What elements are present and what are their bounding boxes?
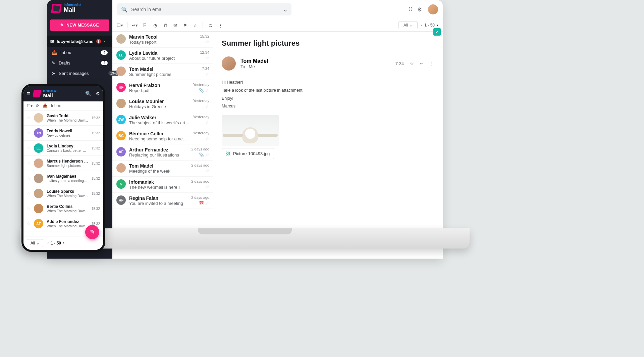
- message-header: Tom Madel To : Me 7:34 ☆ ↩ ⋮: [222, 56, 434, 71]
- filter-dropdown[interactable]: All ⌄: [398, 21, 418, 29]
- compose-icon: ✎: [60, 23, 64, 28]
- star-icon[interactable]: ☆: [27, 176, 31, 181]
- mobile-message-row[interactable]: ☆LLLydia LindseyCancun is back, better ……: [23, 141, 103, 156]
- brand-big: Mail: [64, 7, 82, 13]
- select-all-checkbox[interactable]: ☐▾: [27, 103, 33, 108]
- mobile-message-row[interactable]: ☆TNTeddy NowellNew guidelines15:32: [23, 126, 103, 141]
- attachment-preview[interactable]: [222, 115, 279, 146]
- star-icon[interactable]: ☆: [205, 39, 209, 44]
- star-icon[interactable]: ☆: [205, 55, 209, 60]
- star-icon[interactable]: ☆: [205, 136, 209, 141]
- message-row[interactable]: Tom MadelMeetings of the week2 days ago☆: [112, 161, 213, 177]
- gear-icon[interactable]: ⚙: [417, 6, 422, 13]
- message-row[interactable]: Marvin TecolToday's report15:32☆: [112, 32, 213, 48]
- recipient-line: To : Me: [240, 64, 268, 69]
- mobile-message-row[interactable]: ☆Ivan MagalhãesInvites you to a meeting …: [23, 171, 103, 186]
- message-row[interactable]: RFRegina FalanYou are invited to a meeti…: [112, 193, 213, 209]
- sender-name: Tom Madel: [129, 66, 199, 72]
- snooze-icon[interactable]: ◔: [152, 23, 158, 28]
- move-to-icon[interactable]: 🗂: [208, 23, 213, 28]
- reply-icon[interactable]: ↩: [420, 61, 424, 66]
- message-row[interactable]: Louise MounierHolidays in GreeceYesterda…: [112, 96, 213, 112]
- gear-icon[interactable]: ⚙: [96, 91, 100, 97]
- mark-read-icon[interactable]: ✉: [172, 23, 178, 28]
- sidebar-item-drafts[interactable]: ✎ Drafts 2: [47, 58, 112, 68]
- pager-prev[interactable]: ‹: [421, 23, 422, 28]
- reply-icon[interactable]: ↩▾: [132, 23, 138, 28]
- brand-small: Infomaniak: [43, 89, 57, 92]
- flag-icon[interactable]: ⚑: [182, 23, 188, 28]
- account-selector[interactable]: ✉ lucy-vitale@ik.me 1 ›: [47, 36, 112, 47]
- attachment-file[interactable]: 🖼 Picture-100493.jpg: [222, 148, 274, 159]
- mobile-message-row[interactable]: ☆Louise SparksWhen The Morning Dawns15:3…: [23, 186, 103, 201]
- side-widget-tasks[interactable]: ✔: [433, 28, 441, 36]
- image-file-icon: 🖼: [226, 151, 230, 156]
- star-icon[interactable]: ☆: [27, 161, 31, 166]
- star-icon[interactable]: ☆: [205, 168, 209, 173]
- star-icon[interactable]: ☆: [27, 221, 31, 226]
- message-subject: Cancun is back, better …: [47, 148, 88, 152]
- message-date: 15:32: [92, 146, 100, 150]
- message-date: 15:32: [92, 116, 100, 120]
- mobile-message-row[interactable]: ☆Bertie CollinsWhen The Morning Dawns15:…: [23, 201, 103, 216]
- star-icon[interactable]: ☆: [193, 23, 198, 28]
- sender-name: Addie Fernandez: [47, 219, 88, 224]
- more-icon[interactable]: ⋮: [430, 61, 434, 66]
- sender-avatar: [34, 204, 43, 213]
- sidebar-item-inbox[interactable]: 📥 Inbox 4: [47, 47, 112, 58]
- star-icon[interactable]: ☆: [27, 206, 31, 211]
- pager-next[interactable]: ›: [63, 241, 64, 246]
- mobile-message-row[interactable]: ☆Marcus Henderson & meSummer light pictu…: [23, 156, 103, 171]
- attachment-icon: 📎: [199, 152, 204, 157]
- chevron-down-icon[interactable]: ⌄: [283, 6, 287, 13]
- message-date: 15:32: [92, 177, 100, 180]
- message-row[interactable]: HFHervé FraizonReport.pdfYesterday📎☆: [112, 80, 213, 96]
- sender-name: Marvin Tecol: [129, 34, 197, 40]
- star-icon[interactable]: ☆: [27, 131, 31, 135]
- message-row[interactable]: BCBérénice CollinNeeding some help for a…: [112, 128, 213, 144]
- chevron-down-icon: ⌄: [36, 241, 40, 246]
- user-avatar[interactable]: [428, 4, 438, 14]
- reading-pane: Summer light pictures Tom Madel To : Me …: [213, 32, 443, 259]
- mobile-filter-dropdown[interactable]: All ⌄: [27, 239, 43, 247]
- search-input[interactable]: [131, 7, 280, 12]
- mobile-toolbar: ☐▾ ⟳ 📥 Inbox: [23, 101, 103, 110]
- message-row[interactable]: NInfomaniakThe new webmail is here !2 da…: [112, 177, 213, 193]
- pager-next[interactable]: ›: [437, 23, 438, 28]
- sent-icon: ➤: [52, 71, 55, 76]
- message-row[interactable]: Tom MadelSummer light pictures7:34☆: [112, 64, 213, 80]
- message-row[interactable]: AFArthur FernandezReplacing our illustra…: [112, 144, 213, 161]
- trash-icon[interactable]: 🗑: [162, 23, 168, 28]
- message-row[interactable]: JWJulie WalkerThe subject of this week's…: [112, 112, 213, 128]
- star-icon[interactable]: ☆: [27, 146, 31, 150]
- message-list[interactable]: Marvin TecolToday's report15:32☆LLLydia …: [112, 32, 213, 259]
- star-icon[interactable]: ☆: [205, 104, 209, 109]
- mobile-message-list[interactable]: ☆Gavin ToddWhen The Morning Dawns15:32☆T…: [23, 110, 103, 231]
- refresh-icon[interactable]: ⟳: [36, 103, 39, 108]
- sidebar-item-sent[interactable]: ➤ Sent messages 1942: [47, 68, 112, 79]
- compose-icon: ✎: [90, 228, 95, 236]
- sender-name: Louise Mounier: [129, 99, 190, 104]
- hamburger-icon[interactable]: ≡: [27, 90, 31, 97]
- pager-prev[interactable]: ‹: [47, 241, 49, 246]
- star-icon[interactable]: ☆: [205, 88, 209, 93]
- message-date: 2 days ago: [191, 195, 209, 199]
- star-icon[interactable]: ☆: [205, 120, 209, 125]
- star-icon[interactable]: ☆: [205, 152, 209, 157]
- star-icon[interactable]: ☆: [27, 116, 31, 120]
- select-all-checkbox[interactable]: ☐▾: [117, 23, 122, 28]
- search-icon[interactable]: 🔍: [85, 91, 92, 97]
- star-icon[interactable]: ☆: [205, 184, 209, 189]
- star-icon[interactable]: ☆: [410, 61, 414, 66]
- star-icon[interactable]: ☆: [205, 72, 209, 77]
- search-box[interactable]: 🔍 ⌄: [117, 3, 291, 15]
- mobile-message-row[interactable]: ☆Gavin ToddWhen The Morning Dawns15:32: [23, 110, 103, 126]
- archive-icon[interactable]: 🗄: [142, 23, 148, 28]
- compose-fab[interactable]: ✎: [85, 225, 99, 239]
- star-icon[interactable]: ☆: [27, 191, 31, 196]
- more-icon[interactable]: ⋮: [218, 23, 223, 28]
- apps-grid-icon[interactable]: ⠿: [409, 6, 411, 13]
- message-row[interactable]: LLLydia LavidaAbout our future project12…: [112, 48, 213, 64]
- new-message-button[interactable]: ✎ NEW MESSAGE: [50, 19, 109, 31]
- star-icon[interactable]: ☆: [205, 200, 209, 206]
